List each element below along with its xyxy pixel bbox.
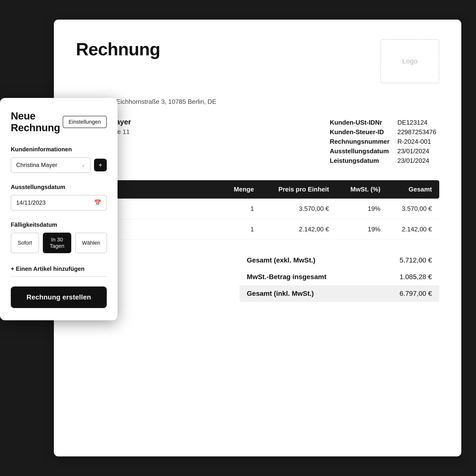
customer-select-row: Christina Mayer ⌄ + [11, 157, 107, 173]
meta-row-rechnungsnummer: Rechnungsnummer R-2024-001 [330, 137, 439, 146]
chevron-down-icon: ⌄ [82, 162, 85, 168]
meta-row-ausstellungsdatum: Ausstellungsdatum 23/01/2024 [330, 146, 439, 156]
totals-section: Gesamt (exkl. MwSt.) 5.712,00 € MwSt.-Be… [76, 252, 439, 302]
due-date-options: Sofort In 30 Tagen Wählen [11, 233, 107, 253]
items-table: Menge Preis pro Einheit MwSt. (%) Gesamt… [76, 180, 439, 240]
panel-title: Neue Rechnung [11, 110, 63, 134]
add-article-button[interactable]: + Einen Artikel hinzufügen [11, 265, 107, 277]
settings-button[interactable]: Einstellungen [63, 116, 107, 128]
invoice-title: Rechnung [76, 39, 160, 59]
col-header-mwst: MwSt. (%) [337, 180, 388, 199]
table-row: 1 3.570,00 € 19% 3.570,00 € [76, 199, 439, 219]
total-row-inkl: Gesamt (inkl. MwSt.) 6.797,00 € [239, 285, 439, 302]
meta-row-steuer: Kunden-Steuer-ID 22987253476 [330, 127, 439, 137]
meta-row-ust: Kunden-USt-IDNr DE123124 [330, 118, 439, 127]
meta-row-leistungsdatum: Leistungsdatum 23/01/2024 [330, 156, 439, 166]
date-input[interactable]: 14/11/2023 📅 [11, 195, 107, 211]
logo-placeholder: Logo [380, 39, 439, 83]
ausstellungsdatum-label: Ausstellungsdatum [11, 184, 107, 190]
calendar-icon: 📅 [94, 199, 101, 206]
invoice-header: Rechnung Logo [76, 39, 439, 83]
kundeninformationen-label: Kundeninformationen [11, 146, 107, 153]
panel-header: Neue Rechnung Einstellungen [11, 110, 107, 134]
total-row-exkl: Gesamt (exkl. MwSt.) 5.712,00 € [239, 252, 439, 269]
new-invoice-panel: Neue Rechnung Einstellungen Kundeninform… [0, 98, 118, 320]
company-address: ACME GmbH Eichhornstraße 3, 10785 Berlin… [76, 98, 439, 105]
add-customer-button[interactable]: + [94, 159, 107, 171]
table-header-row: Menge Preis pro Einheit MwSt. (%) Gesamt [76, 180, 439, 199]
col-header-preis: Preis pro Einheit [261, 180, 336, 199]
due-30-tagen-button[interactable]: In 30 Tagen [43, 233, 71, 253]
invoice-info-row: Christina Mayer Theatinerstraße 11 Kunde… [76, 118, 439, 166]
col-header-menge: Menge [221, 180, 261, 199]
create-invoice-button[interactable]: Rechnung erstellen [11, 287, 107, 308]
table-row: 1 2.142,00 € 19% 2.142,00 € [76, 219, 439, 240]
due-sofort-button[interactable]: Sofort [11, 233, 39, 253]
faelligkeitsdatum-label: Fälligkeitsdatum [11, 221, 107, 228]
invoice-meta: Kunden-USt-IDNr DE123124 Kunden-Steuer-I… [330, 118, 439, 166]
col-header-gesamt: Gesamt [388, 180, 439, 199]
total-row-mwst: MwSt.-Betrag insgesamt 1.085,28 € [239, 269, 439, 285]
due-waehlen-button[interactable]: Wählen [75, 233, 107, 253]
customer-dropdown[interactable]: Christina Mayer ⌄ [11, 157, 91, 173]
